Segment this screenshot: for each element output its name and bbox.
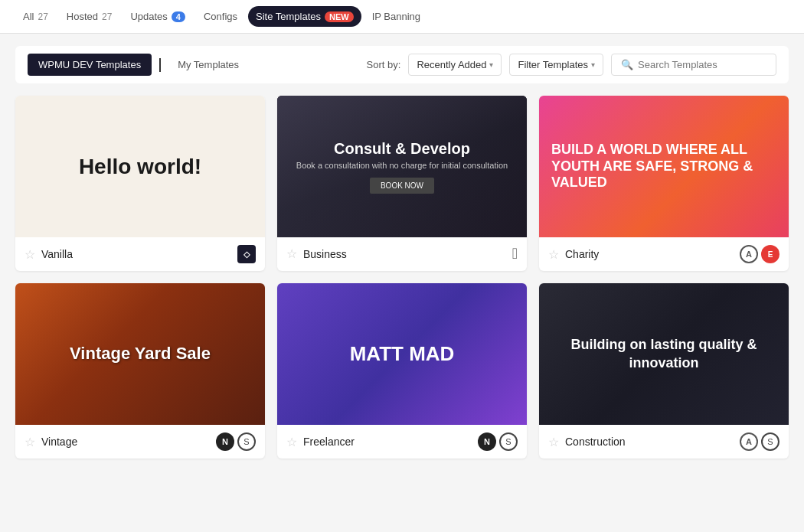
template-footer-freelancer: ☆ Freelancer N S (277, 425, 527, 459)
stackable-icon-freelancer: S (499, 432, 518, 451)
sort-value: Recently Added (417, 59, 486, 70)
nav-item-hosted[interactable]: Hosted 27 (59, 6, 120, 27)
template-footer-construction: ☆ Construction A S (539, 425, 789, 459)
nav-item-configs[interactable]: Configs (196, 6, 245, 27)
notion-icon-freelancer: N (478, 432, 496, 451)
template-preview-vintage[interactable]: Vintage Yard Sale (15, 283, 265, 425)
stackable-icon-vintage: S (237, 432, 256, 451)
top-navigation: All 27 Hosted 27 Updates 4 Configs Site … (0, 0, 804, 34)
nav-item-ip-banning[interactable]: IP Banning (364, 6, 428, 27)
template-icons-vanilla: ◇ (237, 245, 256, 263)
sort-label: Sort by: (367, 59, 401, 70)
tab-wpmu-templates[interactable]: WPMU DEV Templates (28, 54, 152, 76)
favorite-icon-vanilla[interactable]: ☆ (25, 247, 35, 262)
sort-dropdown[interactable]: Recently Added ▾ (408, 54, 502, 76)
favorite-icon-charity[interactable]: ☆ (548, 247, 559, 262)
template-card-business: Consult & Develop Book a consultation wi… (277, 96, 527, 271)
charity-preview-text: BUILD A WORLD WHERE ALL YOUTH ARE SAFE, … (539, 129, 789, 204)
tab-my-templates[interactable]: My Templates (167, 54, 250, 76)
notion-icon-vintage: N (216, 432, 234, 451)
favorite-icon-freelancer[interactable]: ☆ (286, 435, 297, 449)
business-preview-title: Consult & Develop (334, 140, 470, 158)
template-footer-vanilla: ☆ Vanilla ◇ (15, 237, 265, 271)
chevron-down-icon: ▾ (489, 60, 493, 69)
template-card-construction: Building on lasting quality & innovation… (539, 283, 789, 459)
business-preview-subtitle: Book a consultation with no charge for i… (296, 161, 508, 170)
nav-item-updates[interactable]: Updates 4 (123, 6, 193, 27)
template-icons-freelancer: N S (478, 432, 518, 451)
template-name-construction: Construction (565, 436, 734, 448)
template-preview-business[interactable]: Consult & Develop Book a consultation wi… (277, 96, 527, 237)
avada-icon: A (740, 245, 758, 263)
template-card-freelancer: MATT MAD ☆ Freelancer N S (277, 283, 527, 459)
toolbar: WPMU DEV Templates My Templates Sort by:… (15, 46, 789, 83)
filter-label: Filter Templates (518, 59, 588, 70)
vanilla-preview-text: Hello world! (79, 155, 201, 179)
template-name-charity: Charity (565, 248, 734, 260)
template-name-freelancer: Freelancer (303, 436, 472, 448)
nav-label-ip-banning: IP Banning (372, 11, 420, 22)
nav-label-all: All (23, 11, 34, 22)
nav-item-site-templates[interactable]: Site Templates NEW (248, 6, 361, 27)
toolbar-right: Sort by: Recently Added ▾ Filter Templat… (367, 54, 776, 76)
template-footer-vintage: ☆ Vintage N S (15, 425, 265, 459)
nav-count-all: 27 (38, 11, 47, 22)
business-preview-btn: BOOK NOW (370, 178, 434, 194)
filter-dropdown[interactable]: Filter Templates ▾ (509, 54, 603, 76)
nav-label-hosted: Hosted (67, 11, 98, 22)
favorite-icon-construction[interactable]: ☆ (548, 435, 559, 449)
hummingbird-icon: 𓅿 (512, 245, 518, 263)
nav-count-hosted: 27 (102, 11, 112, 22)
search-box[interactable]: 🔍 (611, 54, 776, 76)
nav-item-all[interactable]: All 27 (15, 6, 56, 27)
content-area: WPMU DEV Templates My Templates Sort by:… (0, 34, 804, 532)
template-name-vintage: Vintage (41, 436, 210, 448)
search-icon: 🔍 (621, 59, 633, 70)
elementor-icon: E (761, 245, 779, 263)
vintage-preview-text: Vintage Yard Sale (60, 335, 220, 373)
gutenberg-icon: ◇ (237, 245, 256, 263)
stackable-icon-construction: S (761, 432, 779, 451)
construction-preview-text: Building on lasting quality & innovation (539, 327, 789, 381)
template-card-charity: BUILD A WORLD WHERE ALL YOUTH ARE SAFE, … (539, 96, 789, 271)
avada-icon-construction: A (740, 432, 758, 451)
template-name-business: Business (303, 248, 506, 260)
template-footer-business: ☆ Business 𓅿 (277, 237, 527, 270)
nav-label-site-templates: Site Templates (256, 11, 321, 22)
nav-badge-new: NEW (325, 11, 354, 22)
favorite-icon-business[interactable]: ☆ (286, 246, 297, 261)
template-icons-construction: A S (740, 432, 779, 451)
template-preview-vanilla[interactable]: Hello world! (15, 96, 265, 237)
template-grid: Hello world! ☆ Vanilla ◇ Consult & Devel… (15, 96, 789, 459)
template-icons-charity: A E (740, 245, 779, 263)
search-input[interactable] (638, 59, 766, 70)
business-overlay: Consult & Develop Book a consultation wi… (277, 96, 527, 237)
template-icons-vintage: N S (216, 432, 256, 451)
template-icons-business: 𓅿 (512, 245, 518, 263)
template-preview-charity[interactable]: BUILD A WORLD WHERE ALL YOUTH ARE SAFE, … (539, 96, 789, 237)
chevron-down-filter-icon: ▾ (591, 60, 595, 69)
freelancer-preview-text: MATT MAD (350, 342, 455, 366)
cursor-indicator (159, 58, 161, 72)
template-preview-construction[interactable]: Building on lasting quality & innovation (539, 283, 789, 425)
template-card-vanilla: Hello world! ☆ Vanilla ◇ (15, 96, 265, 271)
nav-badge-updates: 4 (172, 11, 185, 22)
favorite-icon-vintage[interactable]: ☆ (25, 435, 35, 449)
template-card-vintage: Vintage Yard Sale ☆ Vintage N S (15, 283, 265, 459)
nav-label-configs: Configs (204, 11, 237, 22)
template-footer-charity: ☆ Charity A E (539, 237, 789, 271)
nav-label-updates: Updates (130, 11, 167, 22)
template-name-vanilla: Vanilla (41, 248, 231, 260)
template-preview-freelancer[interactable]: MATT MAD (277, 283, 527, 425)
